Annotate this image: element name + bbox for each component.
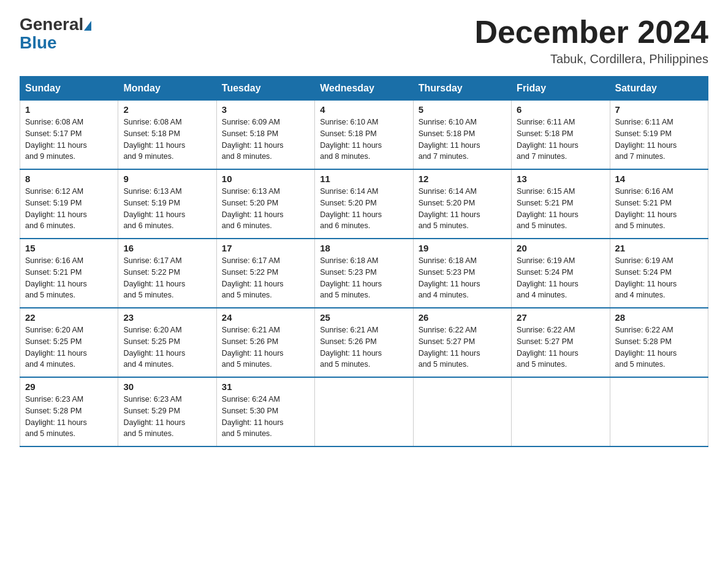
calendar-cell: 13 Sunrise: 6:15 AM Sunset: 5:21 PM Dayl…	[512, 169, 610, 239]
header-thursday: Thursday	[413, 77, 511, 101]
calendar-cell: 26 Sunrise: 6:22 AM Sunset: 5:27 PM Dayl…	[413, 308, 511, 377]
day-info: Sunrise: 6:09 AM Sunset: 5:18 PM Dayligh…	[222, 117, 309, 163]
calendar-cell: 16 Sunrise: 6:17 AM Sunset: 5:22 PM Dayl…	[118, 239, 216, 308]
day-info: Sunrise: 6:15 AM Sunset: 5:21 PM Dayligh…	[517, 186, 604, 232]
day-info: Sunrise: 6:19 AM Sunset: 5:24 PM Dayligh…	[615, 255, 703, 301]
header-wednesday: Wednesday	[315, 77, 413, 101]
day-number: 23	[123, 312, 211, 323]
calendar-cell: 28 Sunrise: 6:22 AM Sunset: 5:28 PM Dayl…	[610, 308, 708, 377]
day-number: 17	[222, 243, 309, 253]
day-number: 21	[615, 243, 703, 253]
calendar-cell: 29 Sunrise: 6:23 AM Sunset: 5:28 PM Dayl…	[20, 377, 118, 446]
calendar-cell: 12 Sunrise: 6:14 AM Sunset: 5:20 PM Dayl…	[413, 169, 511, 239]
calendar-cell	[512, 377, 610, 446]
day-info: Sunrise: 6:23 AM Sunset: 5:28 PM Dayligh…	[25, 394, 113, 440]
day-info: Sunrise: 6:11 AM Sunset: 5:19 PM Dayligh…	[615, 117, 703, 163]
day-info: Sunrise: 6:11 AM Sunset: 5:18 PM Dayligh…	[517, 117, 604, 163]
calendar-week-4: 22 Sunrise: 6:20 AM Sunset: 5:25 PM Dayl…	[20, 308, 708, 377]
day-info: Sunrise: 6:18 AM Sunset: 5:23 PM Dayligh…	[320, 255, 408, 301]
day-info: Sunrise: 6:23 AM Sunset: 5:29 PM Dayligh…	[123, 394, 211, 440]
main-title: December 2024	[474, 15, 708, 50]
calendar-cell: 3 Sunrise: 6:09 AM Sunset: 5:18 PM Dayli…	[216, 101, 314, 170]
day-number: 29	[25, 381, 113, 392]
calendar-cell	[413, 377, 511, 446]
calendar-cell: 2 Sunrise: 6:08 AM Sunset: 5:18 PM Dayli…	[118, 101, 216, 170]
day-info: Sunrise: 6:13 AM Sunset: 5:19 PM Dayligh…	[123, 186, 211, 232]
day-number: 3	[222, 104, 309, 115]
day-info: Sunrise: 6:14 AM Sunset: 5:20 PM Dayligh…	[320, 186, 408, 232]
day-number: 12	[419, 174, 506, 184]
day-info: Sunrise: 6:21 AM Sunset: 5:26 PM Dayligh…	[320, 324, 408, 370]
day-info: Sunrise: 6:12 AM Sunset: 5:19 PM Dayligh…	[25, 186, 113, 232]
calendar-cell: 31 Sunrise: 6:24 AM Sunset: 5:30 PM Dayl…	[216, 377, 314, 446]
day-info: Sunrise: 6:10 AM Sunset: 5:18 PM Dayligh…	[419, 117, 506, 163]
header-monday: Monday	[118, 77, 216, 101]
calendar-cell: 27 Sunrise: 6:22 AM Sunset: 5:27 PM Dayl…	[512, 308, 610, 377]
calendar-week-1: 1 Sunrise: 6:08 AM Sunset: 5:17 PM Dayli…	[20, 101, 708, 170]
header-friday: Friday	[512, 77, 610, 101]
calendar-cell: 1 Sunrise: 6:08 AM Sunset: 5:17 PM Dayli…	[20, 101, 118, 170]
day-number: 19	[419, 243, 506, 253]
day-number: 26	[419, 312, 506, 323]
calendar-cell: 23 Sunrise: 6:20 AM Sunset: 5:25 PM Dayl…	[118, 308, 216, 377]
day-number: 8	[25, 174, 113, 184]
header-sunday: Sunday	[20, 77, 118, 101]
calendar-cell	[315, 377, 413, 446]
calendar-cell: 24 Sunrise: 6:21 AM Sunset: 5:26 PM Dayl…	[216, 308, 314, 377]
calendar-week-5: 29 Sunrise: 6:23 AM Sunset: 5:28 PM Dayl…	[20, 377, 708, 446]
subtitle: Tabuk, Cordillera, Philippines	[474, 52, 708, 66]
header-tuesday: Tuesday	[216, 77, 314, 101]
day-number: 11	[320, 174, 408, 184]
day-info: Sunrise: 6:21 AM Sunset: 5:26 PM Dayligh…	[222, 324, 309, 370]
day-info: Sunrise: 6:19 AM Sunset: 5:24 PM Dayligh…	[517, 255, 604, 301]
calendar-cell: 21 Sunrise: 6:19 AM Sunset: 5:24 PM Dayl…	[610, 239, 708, 308]
calendar-cell: 11 Sunrise: 6:14 AM Sunset: 5:20 PM Dayl…	[315, 169, 413, 239]
calendar-cell: 19 Sunrise: 6:18 AM Sunset: 5:23 PM Dayl…	[413, 239, 511, 308]
day-number: 4	[320, 104, 408, 115]
day-number: 30	[123, 381, 211, 392]
day-number: 6	[517, 104, 604, 115]
day-number: 24	[222, 312, 309, 323]
calendar-cell: 7 Sunrise: 6:11 AM Sunset: 5:19 PM Dayli…	[610, 101, 708, 170]
day-number: 1	[25, 104, 113, 115]
day-info: Sunrise: 6:17 AM Sunset: 5:22 PM Dayligh…	[222, 255, 309, 301]
day-number: 18	[320, 243, 408, 253]
day-info: Sunrise: 6:22 AM Sunset: 5:27 PM Dayligh…	[419, 324, 506, 370]
day-info: Sunrise: 6:16 AM Sunset: 5:21 PM Dayligh…	[615, 186, 703, 232]
calendar-cell: 14 Sunrise: 6:16 AM Sunset: 5:21 PM Dayl…	[610, 169, 708, 239]
day-number: 14	[615, 174, 703, 184]
page-header: General Blue December 2024 Tabuk, Cordil…	[20, 15, 708, 66]
day-number: 13	[517, 174, 604, 184]
day-number: 22	[25, 312, 113, 323]
calendar-cell: 5 Sunrise: 6:10 AM Sunset: 5:18 PM Dayli…	[413, 101, 511, 170]
calendar-week-2: 8 Sunrise: 6:12 AM Sunset: 5:19 PM Dayli…	[20, 169, 708, 239]
day-number: 20	[517, 243, 604, 253]
logo-general: General	[20, 15, 83, 34]
day-info: Sunrise: 6:20 AM Sunset: 5:25 PM Dayligh…	[25, 324, 113, 370]
day-info: Sunrise: 6:13 AM Sunset: 5:20 PM Dayligh…	[222, 186, 309, 232]
day-info: Sunrise: 6:24 AM Sunset: 5:30 PM Dayligh…	[222, 394, 309, 440]
calendar-cell: 9 Sunrise: 6:13 AM Sunset: 5:19 PM Dayli…	[118, 169, 216, 239]
calendar-cell: 17 Sunrise: 6:17 AM Sunset: 5:22 PM Dayl…	[216, 239, 314, 308]
day-number: 7	[615, 104, 703, 115]
day-info: Sunrise: 6:14 AM Sunset: 5:20 PM Dayligh…	[419, 186, 506, 232]
logo-triangle-icon	[84, 21, 91, 31]
day-info: Sunrise: 6:20 AM Sunset: 5:25 PM Dayligh…	[123, 324, 211, 370]
calendar-cell: 10 Sunrise: 6:13 AM Sunset: 5:20 PM Dayl…	[216, 169, 314, 239]
day-info: Sunrise: 6:10 AM Sunset: 5:18 PM Dayligh…	[320, 117, 408, 163]
calendar-cell: 18 Sunrise: 6:18 AM Sunset: 5:23 PM Dayl…	[315, 239, 413, 308]
day-info: Sunrise: 6:08 AM Sunset: 5:17 PM Dayligh…	[25, 117, 113, 163]
title-section: December 2024 Tabuk, Cordillera, Philipp…	[474, 15, 708, 66]
day-info: Sunrise: 6:18 AM Sunset: 5:23 PM Dayligh…	[419, 255, 506, 301]
day-info: Sunrise: 6:16 AM Sunset: 5:21 PM Dayligh…	[25, 255, 113, 301]
day-info: Sunrise: 6:17 AM Sunset: 5:22 PM Dayligh…	[123, 255, 211, 301]
calendar-week-3: 15 Sunrise: 6:16 AM Sunset: 5:21 PM Dayl…	[20, 239, 708, 308]
day-number: 2	[123, 104, 211, 115]
calendar-header-row: Sunday Monday Tuesday Wednesday Thursday…	[20, 77, 708, 101]
day-info: Sunrise: 6:22 AM Sunset: 5:28 PM Dayligh…	[615, 324, 703, 370]
logo: General Blue	[20, 15, 92, 53]
header-saturday: Saturday	[610, 77, 708, 101]
day-info: Sunrise: 6:08 AM Sunset: 5:18 PM Dayligh…	[123, 117, 211, 163]
day-number: 25	[320, 312, 408, 323]
calendar-cell: 15 Sunrise: 6:16 AM Sunset: 5:21 PM Dayl…	[20, 239, 118, 308]
